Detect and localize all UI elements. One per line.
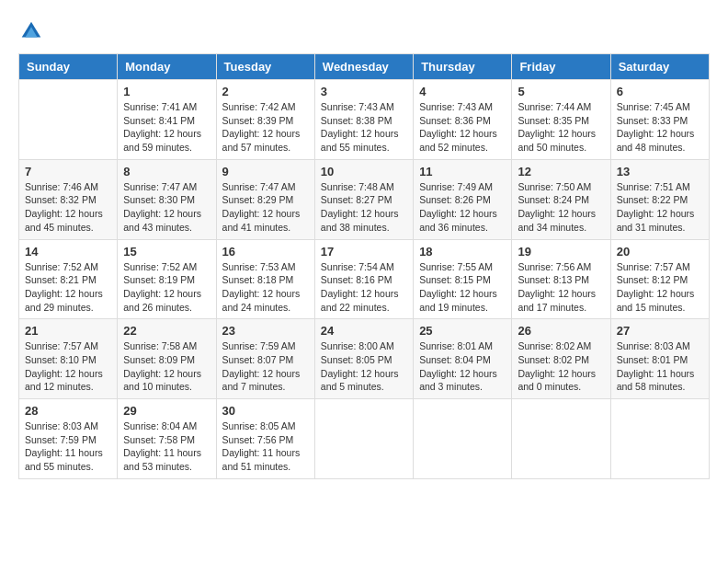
day-info: Sunrise: 7:47 AMSunset: 8:29 PMDaylight:… — [222, 180, 309, 235]
day-info: Sunrise: 7:59 AMSunset: 8:07 PMDaylight:… — [222, 339, 309, 394]
day-info: Sunrise: 7:43 AMSunset: 8:36 PMDaylight:… — [419, 100, 506, 155]
calendar-cell: 20Sunrise: 7:57 AMSunset: 8:12 PMDayligh… — [610, 239, 709, 319]
day-number: 29 — [123, 404, 210, 418]
calendar-cell — [314, 399, 413, 479]
col-header-wednesday: Wednesday — [314, 54, 413, 80]
day-number: 27 — [617, 324, 703, 338]
calendar-cell: 29Sunrise: 8:04 AMSunset: 7:58 PMDayligh… — [118, 399, 216, 479]
col-header-friday: Friday — [512, 54, 610, 80]
col-header-saturday: Saturday — [610, 54, 709, 80]
calendar-cell: 11Sunrise: 7:49 AMSunset: 8:26 PMDayligh… — [414, 159, 512, 239]
day-info: Sunrise: 8:03 AMSunset: 7:59 PMDaylight:… — [25, 419, 111, 474]
calendar-cell: 26Sunrise: 8:02 AMSunset: 8:02 PMDayligh… — [512, 319, 610, 399]
day-info: Sunrise: 7:57 AMSunset: 8:12 PMDaylight:… — [617, 260, 703, 315]
day-number: 4 — [419, 85, 506, 98]
calendar-cell — [414, 399, 512, 479]
day-number: 2 — [222, 85, 309, 98]
calendar-cell: 14Sunrise: 7:52 AMSunset: 8:21 PMDayligh… — [19, 239, 118, 319]
day-info: Sunrise: 7:58 AMSunset: 8:09 PMDaylight:… — [123, 339, 210, 394]
day-info: Sunrise: 7:50 AMSunset: 8:24 PMDaylight:… — [518, 180, 604, 235]
calendar-cell: 25Sunrise: 8:01 AMSunset: 8:04 PMDayligh… — [414, 319, 512, 399]
calendar-cell: 4Sunrise: 7:43 AMSunset: 8:36 PMDaylight… — [414, 80, 512, 160]
day-info: Sunrise: 7:42 AMSunset: 8:39 PMDaylight:… — [222, 100, 309, 155]
day-info: Sunrise: 7:53 AMSunset: 8:18 PMDaylight:… — [222, 260, 309, 315]
day-number: 21 — [25, 324, 111, 338]
day-info: Sunrise: 7:45 AMSunset: 8:33 PMDaylight:… — [617, 100, 703, 155]
col-header-sunday: Sunday — [19, 54, 118, 80]
calendar-cell: 1Sunrise: 7:41 AMSunset: 8:41 PMDaylight… — [118, 80, 216, 160]
calendar-cell: 19Sunrise: 7:56 AMSunset: 8:13 PMDayligh… — [512, 239, 610, 319]
calendar-table: SundayMondayTuesdayWednesdayThursdayFrid… — [18, 53, 710, 479]
day-number: 24 — [321, 324, 407, 338]
day-number: 9 — [222, 165, 309, 178]
day-number: 30 — [222, 404, 309, 418]
day-number: 13 — [617, 165, 703, 178]
day-info: Sunrise: 7:47 AMSunset: 8:30 PMDaylight:… — [123, 180, 210, 235]
week-row-2: 7Sunrise: 7:46 AMSunset: 8:32 PMDaylight… — [19, 159, 710, 239]
day-number: 6 — [617, 85, 703, 98]
calendar-cell: 27Sunrise: 8:03 AMSunset: 8:01 PMDayligh… — [610, 319, 709, 399]
day-number: 18 — [419, 245, 506, 259]
calendar-cell: 30Sunrise: 8:05 AMSunset: 7:56 PMDayligh… — [216, 399, 314, 479]
day-info: Sunrise: 7:46 AMSunset: 8:32 PMDaylight:… — [25, 180, 111, 235]
calendar-cell: 10Sunrise: 7:48 AMSunset: 8:27 PMDayligh… — [314, 159, 413, 239]
day-info: Sunrise: 7:49 AMSunset: 8:26 PMDaylight:… — [419, 180, 506, 235]
day-number: 16 — [222, 245, 309, 259]
day-number: 17 — [321, 245, 407, 259]
day-number: 28 — [25, 404, 111, 418]
calendar-cell: 6Sunrise: 7:45 AMSunset: 8:33 PMDaylight… — [610, 80, 709, 160]
calendar-cell: 16Sunrise: 7:53 AMSunset: 8:18 PMDayligh… — [216, 239, 314, 319]
day-number: 1 — [123, 85, 210, 98]
day-number: 20 — [617, 245, 703, 259]
day-info: Sunrise: 8:02 AMSunset: 8:02 PMDaylight:… — [518, 339, 604, 394]
day-info: Sunrise: 7:52 AMSunset: 8:21 PMDaylight:… — [25, 260, 111, 315]
col-header-thursday: Thursday — [414, 54, 512, 80]
day-info: Sunrise: 7:43 AMSunset: 8:38 PMDaylight:… — [321, 100, 407, 155]
calendar-cell: 28Sunrise: 8:03 AMSunset: 7:59 PMDayligh… — [19, 399, 118, 479]
calendar-cell — [512, 399, 610, 479]
day-info: Sunrise: 7:41 AMSunset: 8:41 PMDaylight:… — [123, 100, 210, 155]
day-number: 3 — [321, 85, 407, 98]
calendar-cell: 17Sunrise: 7:54 AMSunset: 8:16 PMDayligh… — [314, 239, 413, 319]
calendar-cell: 13Sunrise: 7:51 AMSunset: 8:22 PMDayligh… — [610, 159, 709, 239]
week-row-4: 21Sunrise: 7:57 AMSunset: 8:10 PMDayligh… — [19, 319, 710, 399]
calendar-cell — [19, 80, 118, 160]
day-info: Sunrise: 7:56 AMSunset: 8:13 PMDaylight:… — [518, 260, 604, 315]
week-row-5: 28Sunrise: 8:03 AMSunset: 7:59 PMDayligh… — [19, 399, 710, 479]
day-number: 10 — [321, 165, 407, 178]
day-info: Sunrise: 7:48 AMSunset: 8:27 PMDaylight:… — [321, 180, 407, 235]
day-number: 5 — [518, 85, 604, 98]
calendar-cell: 12Sunrise: 7:50 AMSunset: 8:24 PMDayligh… — [512, 159, 610, 239]
day-info: Sunrise: 7:54 AMSunset: 8:16 PMDaylight:… — [321, 260, 407, 315]
day-info: Sunrise: 7:51 AMSunset: 8:22 PMDaylight:… — [617, 180, 703, 235]
day-number: 22 — [123, 324, 210, 338]
logo — [18, 18, 48, 44]
calendar-cell: 5Sunrise: 7:44 AMSunset: 8:35 PMDaylight… — [512, 80, 610, 160]
day-info: Sunrise: 7:55 AMSunset: 8:15 PMDaylight:… — [419, 260, 506, 315]
day-number: 8 — [123, 165, 210, 178]
day-number: 11 — [419, 165, 506, 178]
day-info: Sunrise: 7:44 AMSunset: 8:35 PMDaylight:… — [518, 100, 604, 155]
day-number: 23 — [222, 324, 309, 338]
page-header — [18, 18, 710, 44]
day-info: Sunrise: 8:00 AMSunset: 8:05 PMDaylight:… — [321, 339, 407, 394]
week-row-3: 14Sunrise: 7:52 AMSunset: 8:21 PMDayligh… — [19, 239, 710, 319]
day-number: 25 — [419, 324, 506, 338]
day-number: 26 — [518, 324, 604, 338]
calendar-cell: 18Sunrise: 7:55 AMSunset: 8:15 PMDayligh… — [414, 239, 512, 319]
calendar-cell: 3Sunrise: 7:43 AMSunset: 8:38 PMDaylight… — [314, 80, 413, 160]
day-number: 14 — [25, 245, 111, 259]
calendar-cell: 7Sunrise: 7:46 AMSunset: 8:32 PMDaylight… — [19, 159, 118, 239]
calendar-cell: 21Sunrise: 7:57 AMSunset: 8:10 PMDayligh… — [19, 319, 118, 399]
day-number: 19 — [518, 245, 604, 259]
week-row-1: 1Sunrise: 7:41 AMSunset: 8:41 PMDaylight… — [19, 80, 710, 160]
col-header-monday: Monday — [118, 54, 216, 80]
calendar-cell: 22Sunrise: 7:58 AMSunset: 8:09 PMDayligh… — [118, 319, 216, 399]
day-info: Sunrise: 8:03 AMSunset: 8:01 PMDaylight:… — [617, 339, 703, 394]
day-number: 7 — [25, 165, 111, 178]
calendar-cell: 2Sunrise: 7:42 AMSunset: 8:39 PMDaylight… — [216, 80, 314, 160]
calendar-cell: 8Sunrise: 7:47 AMSunset: 8:30 PMDaylight… — [118, 159, 216, 239]
day-info: Sunrise: 8:04 AMSunset: 7:58 PMDaylight:… — [123, 419, 210, 474]
calendar-header-row: SundayMondayTuesdayWednesdayThursdayFrid… — [19, 54, 710, 80]
calendar-cell: 24Sunrise: 8:00 AMSunset: 8:05 PMDayligh… — [314, 319, 413, 399]
